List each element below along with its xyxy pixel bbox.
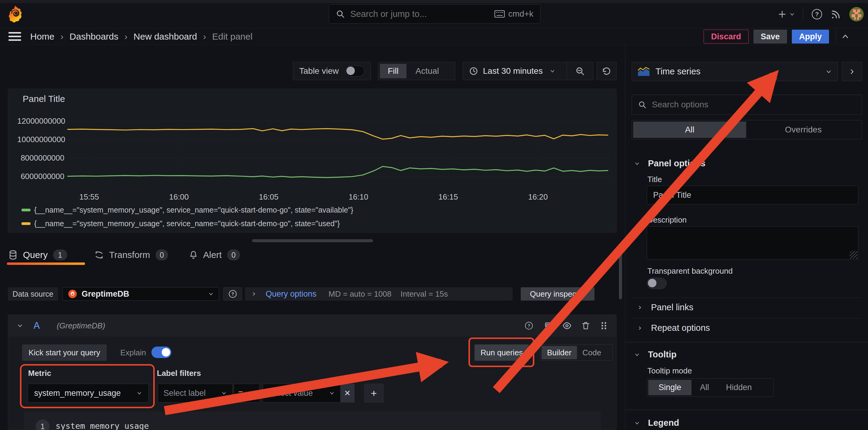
- collapse-header-button[interactable]: [841, 32, 850, 41]
- section-divider: [625, 409, 868, 411]
- breadcrumb-new-dashboard[interactable]: New dashboard: [133, 31, 197, 42]
- tooltip-mode-single-label: Single: [658, 383, 681, 392]
- time-controls: Last 30 minutes: [463, 62, 593, 80]
- value-select-group: Select value ✕: [262, 384, 354, 402]
- actual-option[interactable]: Actual: [406, 64, 448, 78]
- section-divider: [625, 341, 868, 343]
- query-inspector-button[interactable]: Query inspector: [521, 287, 594, 300]
- transparent-bg-toggle[interactable]: [647, 278, 667, 289]
- fill-option[interactable]: Fill: [380, 64, 406, 78]
- code-option[interactable]: Code: [577, 346, 607, 359]
- breadcrumb-dashboards[interactable]: Dashboards: [69, 31, 119, 42]
- panel-links-section[interactable]: Panel links: [637, 303, 693, 312]
- tooltip-header-label: Tooltip: [648, 349, 676, 360]
- builder-label: Builder: [547, 348, 571, 357]
- tooltip-mode-single[interactable]: Single: [648, 380, 691, 395]
- header-top-strip: [0, 0, 868, 3]
- explain-label: Explain: [120, 348, 146, 357]
- tab-overrides-label: Overrides: [785, 125, 822, 135]
- tab-all[interactable]: All: [633, 121, 746, 138]
- tooltip-mode-all[interactable]: All: [691, 380, 717, 395]
- datasource-picker[interactable]: GreptimeDB: [63, 287, 219, 300]
- new-button[interactable]: [778, 10, 795, 19]
- panel-options-header[interactable]: Panel options: [634, 159, 705, 168]
- top-header: cmd+k ?: [0, 0, 868, 28]
- news-button[interactable]: [831, 9, 841, 20]
- help-button[interactable]: ?: [811, 8, 823, 20]
- options-search-input[interactable]: [651, 99, 856, 110]
- datasource-help-button[interactable]: ?: [223, 287, 242, 300]
- time-range-picker[interactable]: Last 30 minutes: [463, 62, 567, 80]
- max-data-points: MD = auto = 1008: [329, 289, 392, 299]
- chevron-right-icon: [251, 291, 256, 297]
- chevron-right-icon: [849, 68, 855, 75]
- table-view-toggle[interactable]: [345, 66, 365, 77]
- value-select[interactable]: Select value: [262, 384, 341, 402]
- tab-transform[interactable]: Transform 0: [95, 246, 168, 264]
- chevron-down-icon: [634, 352, 640, 358]
- query-options-bar[interactable]: Query options MD = auto = 1008 Interval …: [245, 287, 513, 300]
- tooltip-mode-switch: Single All Hidden: [647, 378, 774, 397]
- search-input[interactable]: [350, 9, 494, 19]
- description-field-label: Description: [647, 215, 687, 225]
- repeat-options-section[interactable]: Repeat options: [637, 323, 710, 333]
- breadcrumb-home[interactable]: Home: [30, 31, 54, 42]
- tab-alert[interactable]: Alert 0: [189, 246, 240, 264]
- help-icon: ?: [228, 289, 237, 298]
- add-filter-button[interactable]: +: [364, 384, 383, 402]
- datasource-label: Data source: [13, 290, 54, 298]
- builder-option[interactable]: Builder: [541, 346, 577, 359]
- refresh-icon: [602, 66, 612, 76]
- legend-section-header[interactable]: Legend: [634, 418, 679, 428]
- grafana-logo[interactable]: [8, 5, 23, 24]
- time-range-label: Last 30 minutes: [483, 66, 543, 76]
- label-filter-select[interactable]: Select label: [158, 384, 233, 402]
- tooltip-mode-hidden[interactable]: Hidden: [717, 380, 761, 395]
- discard-button[interactable]: Discard: [704, 30, 749, 44]
- resize-handle[interactable]: [849, 251, 858, 259]
- sidebar-collapse-button[interactable]: [842, 62, 862, 81]
- duplicate-icon[interactable]: [544, 321, 552, 330]
- tab-all-label: All: [685, 125, 694, 135]
- kick-start-button[interactable]: Kick start your query: [22, 344, 107, 361]
- explain-card: 1 system_memory_usage Fetch all series m…: [24, 411, 601, 430]
- x-axis-label: 16:15: [430, 192, 466, 202]
- edit-actions: Discard Save Apply: [704, 30, 850, 43]
- description-textarea[interactable]: [647, 226, 858, 259]
- explain-code: system_memory_usage: [56, 421, 149, 430]
- tab-query-count: 1: [53, 250, 67, 260]
- tooltip-header[interactable]: Tooltip: [634, 349, 676, 360]
- tab-query[interactable]: Query 1: [8, 246, 67, 264]
- query-options-label: Query options: [266, 289, 316, 299]
- legend-item-used[interactable]: {__name__="system_memory_usage", service…: [22, 219, 340, 228]
- viz-picker[interactable]: Time series: [632, 62, 838, 81]
- apply-button[interactable]: Apply: [792, 30, 829, 44]
- legend-section-label: Legend: [648, 418, 679, 428]
- options-search[interactable]: [632, 95, 862, 115]
- avatar[interactable]: [849, 7, 864, 22]
- panel-title-input[interactable]: [647, 186, 858, 204]
- remove-filter-button[interactable]: ✕: [341, 384, 354, 402]
- trash-icon[interactable]: [582, 321, 590, 330]
- query-help-icon[interactable]: ?: [524, 321, 533, 330]
- line-number: 1: [40, 422, 45, 430]
- global-search[interactable]: cmd+k: [329, 4, 540, 24]
- eye-icon[interactable]: [562, 322, 571, 329]
- svg-text:?: ?: [528, 323, 530, 328]
- refresh-button[interactable]: [597, 62, 617, 80]
- save-button[interactable]: Save: [753, 30, 787, 44]
- query-row-header[interactable]: A (GreptimeDB) ?: [8, 315, 616, 337]
- chevron-down-icon: [789, 11, 795, 17]
- metric-highlight: [20, 364, 155, 408]
- menu-toggle[interactable]: [8, 32, 22, 41]
- legend-item-available[interactable]: {__name__="system_memory_usage", service…: [22, 206, 353, 214]
- horizontal-scrollbar[interactable]: [252, 239, 373, 242]
- explain-toggle[interactable]: [151, 347, 172, 358]
- operator-select[interactable]: =: [234, 384, 259, 402]
- x-axis-label: 16:10: [340, 192, 377, 202]
- drag-handle-icon[interactable]: [600, 321, 608, 330]
- zoom-out-button[interactable]: [567, 62, 593, 80]
- chevron-down-icon: [249, 390, 255, 396]
- tab-overrides[interactable]: Overrides: [746, 121, 861, 138]
- vertical-scrollbar[interactable]: [619, 251, 622, 299]
